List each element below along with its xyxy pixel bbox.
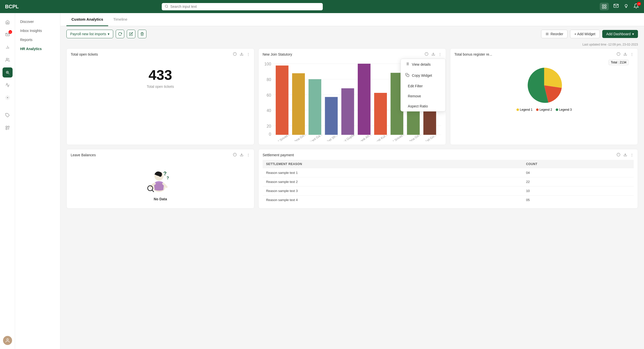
svg-rect-51 (374, 93, 387, 135)
add-dashboard-button[interactable]: Add Dashboard ▾ (602, 30, 638, 38)
svg-text:100: 100 (264, 62, 271, 66)
bonus-info-icon[interactable] (617, 52, 620, 57)
svg-rect-46 (292, 73, 305, 135)
reorder-button[interactable]: Reorder (541, 30, 568, 38)
notifications-icon[interactable]: 14 (633, 3, 639, 10)
legend-2-item: Legend 2 (536, 108, 552, 111)
add-dashboard-chevron: ▾ (632, 32, 634, 36)
widget-title-statutory: New Join Statutory (263, 52, 423, 56)
svg-point-21 (7, 339, 8, 340)
refresh-button[interactable] (116, 30, 124, 38)
svg-rect-19 (8, 126, 9, 127)
widget-header-statutory: New Join Statutory ⋮ (259, 49, 446, 59)
widget-body-settlement: SETTLEMENT REASON COUNT Reason sample te… (259, 160, 638, 208)
table-row: Reason sample text 2 22 (263, 177, 634, 186)
context-menu-remove[interactable]: Remove (401, 91, 446, 101)
tab-custom-analytics[interactable]: Custom Analytics (66, 13, 108, 26)
context-menu: View details Copy Widget Edit Filter (400, 59, 446, 111)
tickets-download-icon[interactable] (240, 52, 244, 57)
tickets-more-icon[interactable]: ⋮ (247, 52, 250, 56)
context-menu-aspect-ratio[interactable]: Aspect Ratio (401, 101, 446, 111)
bonus-download-icon[interactable] (623, 52, 627, 57)
svg-text:0: 0 (269, 132, 271, 136)
context-menu-view-details[interactable]: View details (401, 59, 446, 70)
svg-rect-2 (602, 5, 604, 6)
aspect-ratio-label: Aspect Ratio (408, 104, 428, 108)
dropdown-chevron-icon: ▾ (108, 32, 109, 36)
pie-chart-container: Total : 2134 (450, 59, 638, 115)
edit-filter-label: Edit Filter (408, 84, 423, 88)
delete-button[interactable] (138, 30, 146, 38)
legend-2-dot (536, 108, 539, 111)
nav-discover[interactable]: Discover (15, 17, 60, 26)
legend-1-dot (516, 108, 519, 111)
payroll-dropdown-button[interactable]: Payroll new list imports ▾ (66, 30, 113, 38)
statutory-info-icon[interactable] (425, 52, 428, 57)
widget-title-leave: Leave Balances (71, 153, 231, 157)
pie-legend: Legend 1 Legend 2 Legend 3 (516, 108, 572, 111)
sidebar-search-people[interactable] (3, 67, 13, 77)
last-updated: Last updated time -12:09 pm, 23-02-2023 (66, 42, 638, 48)
search-bar[interactable] (162, 3, 323, 10)
nav-inbox-insights[interactable]: Inbox Insights (15, 26, 60, 35)
count-2: 22 (522, 177, 634, 186)
settlement-download-icon[interactable] (623, 153, 627, 157)
top-navigation: BCPL 14 (0, 0, 644, 13)
sidebar-inbox[interactable]: 14 (3, 30, 13, 40)
svg-rect-45 (276, 65, 289, 135)
count-3: 10 (522, 186, 634, 196)
app-logo: BCPL (5, 4, 19, 10)
remove-label: Remove (408, 94, 421, 98)
add-widget-button[interactable]: + Add Widget (570, 30, 600, 38)
col-count: COUNT (522, 160, 634, 168)
sidebar-people[interactable] (3, 55, 13, 65)
network-icon[interactable] (600, 3, 609, 10)
inbox-badge: 14 (9, 30, 12, 34)
legend-1-item: Legend 1 (516, 108, 533, 111)
svg-text:80: 80 (266, 77, 271, 82)
context-menu-edit-filter[interactable]: Edit Filter (401, 81, 446, 91)
sidebar-tag[interactable] (3, 110, 13, 120)
sidebar-home[interactable] (3, 17, 13, 27)
svg-point-16 (7, 97, 8, 98)
tab-timeline[interactable]: Timeline (108, 13, 132, 26)
leave-info-icon[interactable] (233, 153, 237, 157)
settlement-more-icon[interactable]: ⋮ (630, 153, 634, 157)
topnav-icons: 14 (600, 3, 639, 10)
sidebar-analytics[interactable] (3, 42, 13, 52)
settlement-info-icon[interactable] (617, 153, 620, 157)
leave-download-icon[interactable] (240, 153, 244, 157)
svg-rect-5 (605, 7, 606, 9)
table-row: Reason sample text 4 05 (263, 196, 634, 205)
svg-rect-18 (6, 126, 7, 127)
widget-total-bonus: Total bonus register re... ⋮ Total : 213… (450, 48, 638, 145)
copy-widget-label: Copy Widget (412, 73, 432, 77)
sidebar-chart[interactable] (3, 80, 13, 90)
reorder-label: Reorder (550, 32, 563, 36)
user-avatar[interactable] (3, 336, 12, 345)
search-input[interactable] (170, 5, 320, 9)
sidebar-apps[interactable] (3, 123, 13, 133)
svg-text:60: 60 (266, 93, 271, 97)
statutory-download-icon[interactable] (431, 52, 435, 57)
edit-button[interactable] (127, 30, 135, 38)
tickets-info-icon[interactable] (233, 52, 237, 57)
legend-3-item: Legend 3 (556, 108, 572, 111)
ideas-icon[interactable] (623, 3, 629, 10)
widget-header-bonus: Total bonus register re... ⋮ (450, 49, 638, 59)
search-icon (165, 5, 168, 9)
bonus-more-icon[interactable]: ⋮ (630, 52, 634, 56)
nav-reports[interactable]: Reports (15, 35, 60, 44)
sidebar-settings[interactable] (3, 93, 13, 103)
svg-text:?: ? (167, 176, 169, 180)
svg-rect-49 (341, 88, 354, 135)
legend-3-dot (556, 108, 558, 111)
table-row: Reason sample text 1 04 (263, 168, 634, 177)
tickets-value: 433 (71, 62, 250, 85)
context-menu-copy-widget[interactable]: Copy Widget (401, 70, 446, 81)
nav-hr-analytics[interactable]: HR Analytics (15, 44, 60, 53)
add-widget-label: + Add Widget (574, 32, 595, 36)
messages-icon[interactable] (613, 3, 619, 10)
statutory-more-icon[interactable]: ⋮ (438, 52, 442, 56)
leave-more-icon[interactable]: ⋮ (247, 153, 250, 157)
